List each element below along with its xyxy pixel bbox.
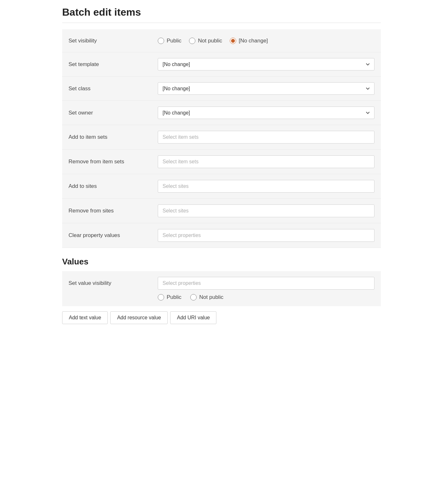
- set-owner-controls: [No change]: [158, 107, 374, 119]
- value-public-radio[interactable]: [158, 294, 164, 300]
- remove-from-item-sets-controls: [158, 155, 374, 168]
- set-visibility-label: Set visibility: [69, 37, 158, 45]
- visibility-public-radio[interactable]: [158, 38, 164, 44]
- value-visibility-radios: Public Not public: [69, 294, 374, 300]
- set-value-visibility-row: Set value visibility Public Not public: [62, 271, 381, 306]
- value-not-public-radio[interactable]: [190, 294, 197, 300]
- value-public-label: Public: [167, 294, 181, 300]
- visibility-not-public-option[interactable]: Not public: [189, 38, 222, 44]
- set-template-label: Set template: [69, 61, 158, 68]
- set-owner-label: Set owner: [69, 109, 158, 117]
- clear-property-values-row: Clear property values: [62, 223, 381, 248]
- set-owner-row: Set owner [No change]: [62, 101, 381, 125]
- clear-property-values-input[interactable]: [158, 229, 374, 242]
- add-to-item-sets-input[interactable]: [158, 131, 374, 144]
- remove-from-sites-controls: [158, 204, 374, 217]
- add-resource-value-button[interactable]: Add resource value: [110, 311, 168, 324]
- set-class-select[interactable]: [No change]: [158, 82, 374, 95]
- value-visibility-top: Set value visibility: [69, 277, 374, 290]
- visibility-radio-group: Public Not public [No change]: [158, 38, 374, 44]
- visibility-public-option[interactable]: Public: [158, 38, 181, 44]
- add-uri-value-button[interactable]: Add URI value: [170, 311, 216, 324]
- visibility-no-change-option[interactable]: [No change]: [230, 38, 268, 44]
- remove-from-sites-input[interactable]: [158, 204, 374, 217]
- set-template-row: Set template [No change]: [62, 52, 381, 77]
- add-to-sites-row: Add to sites: [62, 174, 381, 199]
- add-to-sites-label: Add to sites: [69, 182, 158, 190]
- set-visibility-controls: Public Not public [No change]: [158, 38, 374, 44]
- add-to-sites-controls: [158, 180, 374, 193]
- remove-from-sites-row: Remove from sites: [62, 199, 381, 223]
- add-to-item-sets-controls: [158, 131, 374, 144]
- visibility-not-public-label: Not public: [198, 38, 222, 44]
- clear-property-values-controls: [158, 229, 374, 242]
- remove-from-item-sets-row: Remove from item sets: [62, 150, 381, 174]
- set-class-row: Set class [No change]: [62, 77, 381, 101]
- remove-from-item-sets-input[interactable]: [158, 155, 374, 168]
- visibility-no-change-label: [No change]: [239, 38, 268, 44]
- clear-property-values-label: Clear property values: [69, 232, 158, 239]
- values-section-title: Values: [62, 257, 381, 267]
- set-value-visibility-label: Set value visibility: [69, 279, 158, 287]
- set-value-visibility-input[interactable]: [158, 277, 374, 290]
- visibility-not-public-radio[interactable]: [189, 38, 195, 44]
- page-title: Batch edit items: [62, 6, 381, 23]
- set-class-label: Set class: [69, 85, 158, 93]
- set-class-controls: [No change]: [158, 82, 374, 95]
- add-text-value-button[interactable]: Add text value: [62, 311, 108, 324]
- add-to-item-sets-row: Add to item sets: [62, 125, 381, 150]
- values-section: Set value visibility Public Not public: [62, 271, 381, 306]
- remove-from-item-sets-label: Remove from item sets: [69, 158, 158, 166]
- value-not-public-label: Not public: [199, 294, 223, 300]
- remove-from-sites-label: Remove from sites: [69, 207, 158, 215]
- visibility-public-label: Public: [167, 38, 181, 44]
- action-buttons-row: Add text value Add resource value Add UR…: [62, 311, 381, 324]
- add-to-item-sets-label: Add to item sets: [69, 133, 158, 141]
- set-template-select[interactable]: [No change]: [158, 58, 374, 70]
- visibility-no-change-radio[interactable]: [230, 38, 236, 44]
- set-template-controls: [No change]: [158, 58, 374, 70]
- set-visibility-row: Set visibility Public Not public [No cha…: [62, 29, 381, 52]
- value-public-option[interactable]: Public: [158, 294, 181, 300]
- add-to-sites-input[interactable]: [158, 180, 374, 193]
- set-owner-select[interactable]: [No change]: [158, 107, 374, 119]
- value-not-public-option[interactable]: Not public: [190, 294, 223, 300]
